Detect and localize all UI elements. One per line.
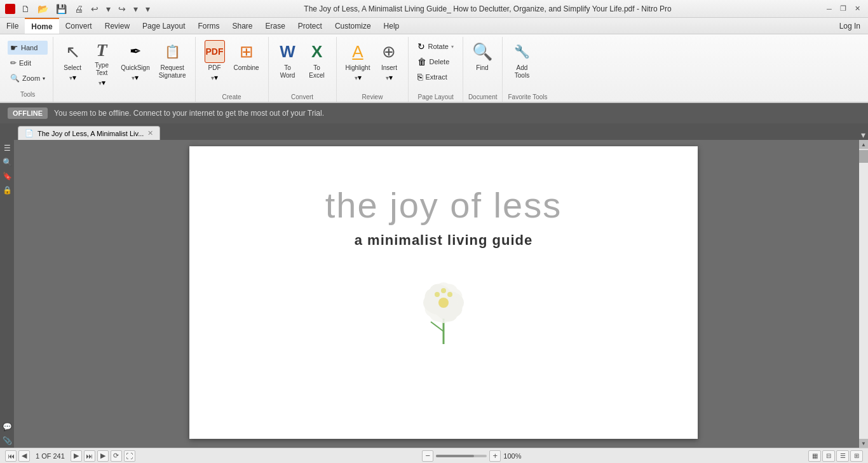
svg-point-11	[441, 288, 446, 293]
sidebar-pages-icon[interactable]: ☰	[1, 142, 13, 154]
request-icon: 📋	[162, 40, 182, 63]
extract-label: Extract	[425, 73, 447, 81]
new-icon[interactable]: 🗋	[19, 3, 32, 15]
fullscreen-button[interactable]: ⛶	[124, 450, 135, 462]
hand-label: Hand	[21, 44, 37, 52]
view-continuous-icon[interactable]: ⊟	[822, 450, 835, 462]
open-icon[interactable]: 📂	[36, 3, 50, 15]
minimize-button[interactable]: ─	[824, 3, 835, 15]
highlight-button[interactable]: A Highlight ▾	[342, 38, 374, 84]
menu-help[interactable]: Help	[377, 18, 406, 34]
to-excel-button[interactable]: X ToExcel	[303, 38, 331, 84]
find-label: Find	[476, 64, 488, 72]
menu-protect[interactable]: Protect	[292, 18, 329, 34]
menu-review[interactable]: Review	[98, 18, 136, 34]
page-layout-items: ↻ Rotate ▾ 🗑 Delete ⎘ Extract	[414, 37, 457, 92]
add-tools-label: AddTools	[515, 64, 529, 79]
scroll-thumb[interactable]	[859, 150, 868, 163]
view-mode-buttons: ▦ ⊟ ☰ ⊞	[808, 450, 863, 462]
type-icon: T	[92, 40, 112, 60]
prev-page-button[interactable]: ◀	[18, 450, 30, 462]
zoom-button[interactable]: 🔍 Zoom ▾	[8, 71, 48, 85]
select-label: Select	[64, 64, 81, 72]
pdf-label: PDF	[208, 64, 221, 72]
next-page-button[interactable]: ▶	[71, 450, 82, 462]
request-signature-button[interactable]: 📋 RequestSignature	[155, 38, 190, 84]
redo-arrow-icon[interactable]: ▾	[132, 3, 140, 15]
menu-forms[interactable]: Forms	[191, 18, 226, 34]
pdf-icon: PDF	[205, 40, 225, 63]
zoom-fill	[436, 455, 474, 457]
page-layout-group-label: Page Layout	[414, 92, 457, 102]
document-tab[interactable]: 📄 The Joy of Less, A Minimalist Liv... ✕	[18, 126, 160, 140]
sidebar-attach-icon[interactable]: 📎	[1, 435, 13, 446]
last-page-button[interactable]: ⏭	[84, 450, 95, 462]
page-indicator: 1 OF 241	[32, 452, 69, 460]
menu-home[interactable]: Home	[25, 18, 58, 34]
rotate-button[interactable]: ↻ Rotate ▾	[414, 39, 457, 53]
delete-label: Delete	[429, 58, 449, 66]
menu-convert[interactable]: Convert	[59, 18, 98, 34]
menu-file[interactable]: File	[0, 18, 25, 34]
zoom-in-button[interactable]: +	[489, 450, 501, 462]
find-button[interactable]: 🔍 Find	[468, 38, 496, 84]
select-button[interactable]: ↖ Select ▾	[58, 38, 86, 84]
login-button[interactable]: Log In	[832, 18, 868, 34]
undo-icon[interactable]: ↩	[89, 3, 100, 15]
tab-close-button[interactable]: ✕	[147, 129, 153, 137]
sidebar-lock-icon[interactable]: 🔒	[1, 184, 13, 196]
restore-button[interactable]: ❐	[837, 3, 849, 15]
offline-badge: OFFLINE	[8, 107, 48, 119]
combine-label: Combine	[234, 64, 259, 72]
sidebar-comments-icon[interactable]: 💬	[1, 421, 13, 432]
select-items: ↖ Select ▾ T TypeText ▾ ✒ QuickSign ▾ 📋 …	[58, 37, 189, 99]
first-page-button[interactable]: ⏮	[5, 450, 17, 462]
quicksign-dropdown-icon: ▾	[132, 73, 139, 82]
undo-arrow-icon[interactable]: ▾	[104, 3, 112, 15]
menu-page-layout[interactable]: Page Layout	[136, 18, 191, 34]
hand-icon: ☛	[10, 43, 18, 53]
select-dropdown-icon: ▾	[69, 73, 76, 82]
zoom-out-button[interactable]: −	[422, 450, 433, 462]
print-icon[interactable]: 🖨	[72, 3, 85, 15]
zoom-controls: − + 100%	[422, 450, 521, 462]
excel-icon: X	[307, 40, 327, 63]
tab-scroll-right-icon[interactable]: ▾	[861, 130, 865, 140]
zoom-slider[interactable]	[436, 455, 487, 457]
menu-erase[interactable]: Erase	[259, 18, 292, 34]
customize-qs-icon[interactable]: ▾	[144, 3, 152, 15]
save-icon[interactable]: 💾	[54, 3, 69, 15]
redo-icon[interactable]: ↪	[116, 3, 128, 15]
sidebar-bookmarks-icon[interactable]: 🔖	[1, 170, 13, 182]
close-button[interactable]: ✕	[851, 3, 863, 15]
view-fit-icon[interactable]: ☰	[836, 450, 849, 462]
loop-button[interactable]: ⟳	[111, 450, 122, 462]
zoom-level: 100%	[503, 452, 521, 460]
scroll-up-button[interactable]: ▲	[859, 140, 868, 149]
type-text-button[interactable]: T TypeText ▾	[88, 38, 116, 84]
sidebar-search-icon[interactable]: 🔍	[1, 156, 13, 168]
delete-button[interactable]: 🗑 Delete	[414, 55, 457, 69]
play-button[interactable]: ▶	[97, 450, 109, 462]
edit-button[interactable]: ✏ Edit	[8, 56, 48, 70]
zoom-arrow-icon: ▾	[43, 76, 45, 81]
combine-button[interactable]: ⊞ Combine	[230, 38, 263, 84]
scroll-down-button[interactable]: ▼	[859, 439, 868, 448]
hand-button[interactable]: ☛ Hand	[8, 41, 48, 55]
rotate-icon: ↻	[417, 41, 425, 52]
quicksign-button[interactable]: ✒ QuickSign ▾	[117, 38, 154, 84]
insert-button[interactable]: ⊕ Insert ▾	[375, 38, 403, 84]
menu-customize[interactable]: Customize	[329, 18, 377, 34]
view-grid-icon[interactable]: ⊞	[850, 450, 863, 462]
extract-button[interactable]: ⎘ Extract	[414, 70, 457, 84]
to-word-button[interactable]: W ToWord	[274, 38, 302, 84]
request-label: RequestSignature	[159, 64, 186, 79]
pdf-page: the joy of less a minimalist living guid…	[189, 146, 698, 439]
view-single-icon[interactable]: ▦	[808, 450, 821, 462]
add-tools-button[interactable]: 🔧 AddTools	[508, 38, 536, 84]
type-label: TypeText	[95, 62, 109, 77]
menu-share[interactable]: Share	[226, 18, 259, 34]
pdf-button[interactable]: PDF PDF ▾	[201, 38, 229, 84]
ribbon-group-create: PDF PDF ▾ ⊞ Combine Create	[196, 37, 269, 102]
insert-icon: ⊕	[379, 40, 399, 63]
